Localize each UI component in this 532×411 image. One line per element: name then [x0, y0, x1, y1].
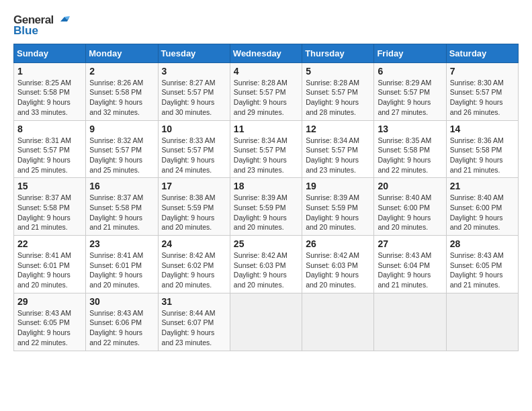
calendar-week-4: 29Sunrise: 8:43 AMSunset: 6:05 PMDayligh…	[14, 293, 519, 351]
day-number: 22	[17, 238, 82, 249]
day-number: 3	[162, 66, 226, 77]
day-info: Sunrise: 8:43 AMSunset: 6:05 PMDaylight:…	[450, 250, 515, 290]
day-info: Sunrise: 8:39 AMSunset: 5:59 PMDaylight:…	[234, 193, 298, 232]
day-info: Sunrise: 8:44 AMSunset: 6:07 PMDaylight:…	[162, 308, 226, 348]
calendar-table: SundayMondayTuesdayWednesdayThursdayFrid…	[13, 44, 519, 351]
day-cell-31: 31Sunrise: 8:44 AMSunset: 6:07 PMDayligh…	[158, 293, 230, 351]
day-info: Sunrise: 8:34 AMSunset: 5:57 PMDaylight:…	[306, 136, 370, 175]
day-cell-4: 4Sunrise: 8:28 AMSunset: 5:57 PMDaylight…	[230, 62, 302, 120]
day-number: 13	[378, 124, 442, 134]
day-info: Sunrise: 8:42 AMSunset: 6:03 PMDaylight:…	[306, 250, 370, 290]
day-info: Sunrise: 8:35 AMSunset: 5:58 PMDaylight:…	[378, 136, 442, 175]
day-number: 18	[234, 181, 298, 191]
day-cell-21: 21Sunrise: 8:40 AMSunset: 6:00 PMDayligh…	[446, 178, 518, 236]
day-number: 26	[306, 238, 370, 249]
day-cell-empty	[446, 293, 518, 351]
day-number: 27	[378, 238, 442, 249]
day-info: Sunrise: 8:28 AMSunset: 5:57 PMDaylight:…	[234, 78, 298, 118]
header-cell-sunday: Sunday	[14, 44, 86, 62]
day-info: Sunrise: 8:41 AMSunset: 6:01 PMDaylight:…	[17, 250, 82, 290]
header-cell-friday: Friday	[374, 44, 446, 62]
day-number: 16	[89, 181, 154, 191]
day-cell-6: 6Sunrise: 8:29 AMSunset: 5:57 PMDaylight…	[374, 62, 446, 120]
day-info: Sunrise: 8:41 AMSunset: 6:01 PMDaylight:…	[89, 250, 154, 290]
day-cell-25: 25Sunrise: 8:42 AMSunset: 6:03 PMDayligh…	[230, 236, 302, 293]
day-info: Sunrise: 8:29 AMSunset: 5:57 PMDaylight:…	[378, 78, 442, 118]
day-cell-13: 13Sunrise: 8:35 AMSunset: 5:58 PMDayligh…	[374, 120, 446, 178]
day-info: Sunrise: 8:33 AMSunset: 5:57 PMDaylight:…	[162, 136, 226, 175]
day-cell-18: 18Sunrise: 8:39 AMSunset: 5:59 PMDayligh…	[230, 178, 302, 236]
day-info: Sunrise: 8:40 AMSunset: 6:00 PMDaylight:…	[378, 193, 442, 232]
day-number: 8	[17, 124, 82, 134]
day-cell-16: 16Sunrise: 8:37 AMSunset: 5:58 PMDayligh…	[86, 178, 158, 236]
day-cell-30: 30Sunrise: 8:43 AMSunset: 6:06 PMDayligh…	[86, 293, 158, 351]
day-number: 24	[162, 238, 226, 249]
day-info: Sunrise: 8:32 AMSunset: 5:57 PMDaylight:…	[89, 136, 154, 175]
day-cell-empty	[374, 293, 446, 351]
logo-text: General Blue	[13, 13, 70, 38]
day-cell-8: 8Sunrise: 8:31 AMSunset: 5:57 PMDaylight…	[14, 120, 86, 178]
day-info: Sunrise: 8:25 AMSunset: 5:58 PMDaylight:…	[17, 78, 82, 118]
day-cell-9: 9Sunrise: 8:32 AMSunset: 5:57 PMDaylight…	[86, 120, 158, 178]
day-cell-12: 12Sunrise: 8:34 AMSunset: 5:57 PMDayligh…	[302, 120, 374, 178]
header: General Blue	[13, 13, 519, 38]
day-cell-24: 24Sunrise: 8:42 AMSunset: 6:02 PMDayligh…	[158, 236, 230, 293]
day-info: Sunrise: 8:37 AMSunset: 5:58 PMDaylight:…	[17, 193, 82, 232]
logo: General Blue	[13, 13, 70, 38]
day-number: 4	[234, 66, 298, 77]
day-number: 19	[306, 181, 370, 191]
day-cell-17: 17Sunrise: 8:38 AMSunset: 5:59 PMDayligh…	[158, 178, 230, 236]
day-cell-15: 15Sunrise: 8:37 AMSunset: 5:58 PMDayligh…	[14, 178, 86, 236]
day-cell-empty	[230, 293, 302, 351]
day-number: 28	[450, 238, 515, 249]
header-cell-monday: Monday	[86, 44, 158, 62]
day-number: 1	[17, 66, 82, 77]
day-number: 21	[450, 181, 515, 191]
calendar-week-3: 22Sunrise: 8:41 AMSunset: 6:01 PMDayligh…	[14, 236, 519, 293]
day-number: 17	[162, 181, 226, 191]
day-cell-2: 2Sunrise: 8:26 AMSunset: 5:58 PMDaylight…	[86, 62, 158, 120]
day-info: Sunrise: 8:28 AMSunset: 5:57 PMDaylight:…	[306, 78, 370, 118]
day-cell-10: 10Sunrise: 8:33 AMSunset: 5:57 PMDayligh…	[158, 120, 230, 178]
day-info: Sunrise: 8:31 AMSunset: 5:57 PMDaylight:…	[17, 136, 82, 175]
day-number: 30	[89, 296, 154, 307]
day-number: 10	[162, 124, 226, 134]
day-info: Sunrise: 8:27 AMSunset: 5:57 PMDaylight:…	[162, 78, 226, 118]
header-cell-saturday: Saturday	[446, 44, 518, 62]
day-info: Sunrise: 8:43 AMSunset: 6:06 PMDaylight:…	[89, 308, 154, 348]
calendar-week-2: 15Sunrise: 8:37 AMSunset: 5:58 PMDayligh…	[14, 178, 519, 236]
header-cell-thursday: Thursday	[302, 44, 374, 62]
day-cell-26: 26Sunrise: 8:42 AMSunset: 6:03 PMDayligh…	[302, 236, 374, 293]
day-cell-3: 3Sunrise: 8:27 AMSunset: 5:57 PMDaylight…	[158, 62, 230, 120]
day-info: Sunrise: 8:40 AMSunset: 6:00 PMDaylight:…	[450, 193, 515, 232]
header-cell-wednesday: Wednesday	[230, 44, 302, 62]
day-info: Sunrise: 8:39 AMSunset: 5:59 PMDaylight:…	[306, 193, 370, 232]
calendar-week-1: 8Sunrise: 8:31 AMSunset: 5:57 PMDaylight…	[14, 120, 519, 178]
day-info: Sunrise: 8:42 AMSunset: 6:02 PMDaylight:…	[162, 250, 226, 290]
day-info: Sunrise: 8:26 AMSunset: 5:58 PMDaylight:…	[89, 78, 154, 118]
day-number: 23	[89, 238, 154, 249]
day-cell-22: 22Sunrise: 8:41 AMSunset: 6:01 PMDayligh…	[14, 236, 86, 293]
day-info: Sunrise: 8:37 AMSunset: 5:58 PMDaylight:…	[89, 193, 154, 232]
day-number: 12	[306, 124, 370, 134]
day-number: 7	[450, 66, 515, 77]
day-number: 5	[306, 66, 370, 77]
day-cell-14: 14Sunrise: 8:36 AMSunset: 5:58 PMDayligh…	[446, 120, 518, 178]
header-row: SundayMondayTuesdayWednesdayThursdayFrid…	[14, 44, 519, 62]
day-info: Sunrise: 8:34 AMSunset: 5:57 PMDaylight:…	[234, 136, 298, 175]
day-info: Sunrise: 8:43 AMSunset: 6:04 PMDaylight:…	[378, 250, 442, 290]
day-info: Sunrise: 8:38 AMSunset: 5:59 PMDaylight:…	[162, 193, 226, 232]
day-cell-20: 20Sunrise: 8:40 AMSunset: 6:00 PMDayligh…	[374, 178, 446, 236]
day-number: 25	[234, 238, 298, 249]
day-number: 20	[378, 181, 442, 191]
day-info: Sunrise: 8:43 AMSunset: 6:05 PMDaylight:…	[17, 308, 82, 348]
day-cell-1: 1Sunrise: 8:25 AMSunset: 5:58 PMDaylight…	[14, 62, 86, 120]
day-number: 6	[378, 66, 442, 77]
day-cell-27: 27Sunrise: 8:43 AMSunset: 6:04 PMDayligh…	[374, 236, 446, 293]
day-number: 2	[89, 66, 154, 77]
day-cell-5: 5Sunrise: 8:28 AMSunset: 5:57 PMDaylight…	[302, 62, 374, 120]
logo-bird-icon	[58, 15, 70, 27]
header-cell-tuesday: Tuesday	[158, 44, 230, 62]
day-cell-empty	[302, 293, 374, 351]
day-info: Sunrise: 8:30 AMSunset: 5:57 PMDaylight:…	[450, 78, 515, 118]
